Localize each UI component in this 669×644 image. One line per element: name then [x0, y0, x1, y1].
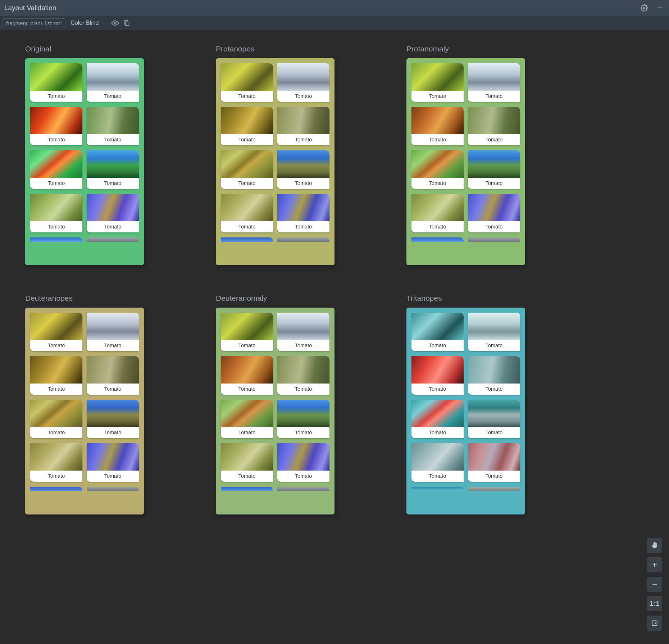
- chevron-down-icon: [101, 21, 105, 25]
- plant-card[interactable]: Tomato: [30, 313, 82, 351]
- plant-image: [411, 107, 464, 134]
- plant-image: [411, 313, 464, 340]
- plant-label: Tomato: [277, 384, 329, 395]
- plant-label: Tomato: [277, 427, 329, 438]
- plant-card[interactable]: Tomato: [87, 400, 139, 438]
- pan-hand-button[interactable]: [647, 538, 663, 553]
- plant-card[interactable]: Tomato: [411, 194, 464, 232]
- preview-block[interactable]: OriginalTomatoTomatoTomatoTomatoTomatoTo…: [25, 45, 144, 265]
- plant-card[interactable]: Tomato: [468, 107, 520, 145]
- plant-card[interactable]: Tomato: [277, 356, 329, 395]
- plant-card[interactable]: Tomato: [30, 400, 82, 438]
- copy-icon[interactable]: [122, 18, 131, 28]
- plant-card[interactable]: Tomato: [87, 107, 139, 145]
- plant-card[interactable]: Tomato: [277, 107, 329, 145]
- plant-card[interactable]: Tomato: [468, 63, 520, 102]
- plant-card[interactable]: Tomato: [30, 107, 82, 145]
- plant-card[interactable]: Tomato: [277, 443, 329, 482]
- plant-card[interactable]: Tomato: [30, 443, 82, 482]
- plant-card[interactable]: Tomato: [277, 400, 329, 438]
- mode-dropdown[interactable]: Color Blind: [68, 18, 108, 28]
- zoom-controls: 1:1: [647, 538, 663, 631]
- plant-card[interactable]: Tomato: [411, 356, 464, 395]
- plant-card[interactable]: Tomato: [277, 63, 329, 102]
- plant-card[interactable]: Tomato: [277, 150, 329, 189]
- preview-block[interactable]: DeuteranomalyTomatoTomatoTomatoTomatoTom…: [216, 294, 334, 514]
- eye-icon[interactable]: [110, 18, 120, 28]
- plant-label: Tomato: [411, 221, 464, 232]
- plant-card[interactable]: Tomato: [468, 400, 520, 438]
- plant-card-peek: [221, 487, 273, 491]
- zoom-fit-button[interactable]: [647, 615, 663, 631]
- plant-card[interactable]: Tomato: [468, 313, 520, 351]
- plant-card[interactable]: Tomato: [221, 313, 273, 351]
- plant-card[interactable]: Tomato: [87, 63, 139, 102]
- plant-image: [30, 356, 82, 384]
- plant-card[interactable]: Tomato: [277, 313, 329, 351]
- plant-card[interactable]: Tomato: [411, 400, 464, 438]
- plant-card[interactable]: Tomato: [221, 107, 273, 145]
- plant-card[interactable]: Tomato: [30, 194, 82, 232]
- plant-card[interactable]: Tomato: [87, 443, 139, 482]
- zoom-out-button[interactable]: [647, 576, 663, 592]
- preview-block[interactable]: ProtanopesTomatoTomatoTomatoTomatoTomato…: [216, 45, 334, 265]
- plant-image: [411, 150, 464, 178]
- plant-image: [221, 107, 273, 134]
- plant-card[interactable]: Tomato: [87, 150, 139, 189]
- plant-image: [221, 150, 273, 178]
- plant-label: Tomato: [411, 471, 464, 482]
- plant-card[interactable]: Tomato: [87, 313, 139, 351]
- plant-card[interactable]: Tomato: [277, 194, 329, 232]
- plant-card[interactable]: Tomato: [221, 443, 273, 482]
- plant-card[interactable]: Tomato: [30, 356, 82, 395]
- svg-point-2: [114, 22, 116, 24]
- device-frame: TomatoTomatoTomatoTomatoTomatoTomatoToma…: [406, 308, 525, 514]
- plant-label: Tomato: [30, 427, 82, 438]
- gear-icon[interactable]: [640, 3, 649, 13]
- plant-card[interactable]: Tomato: [468, 150, 520, 189]
- plant-card[interactable]: Tomato: [468, 356, 520, 395]
- plant-card[interactable]: Tomato: [468, 443, 520, 482]
- plant-card[interactable]: Tomato: [87, 194, 139, 232]
- file-name-chip[interactable]: fragment_plant_list.xml: [2, 18, 65, 28]
- plant-image: [30, 107, 82, 134]
- plant-card[interactable]: Tomato: [411, 443, 464, 482]
- preview-canvas[interactable]: OriginalTomatoTomatoTomatoTomatoTomatoTo…: [0, 30, 669, 644]
- plant-label: Tomato: [221, 221, 273, 232]
- preview-title: Protanomaly: [406, 45, 525, 53]
- plant-image: [468, 63, 520, 91]
- plant-card-peek: [411, 237, 464, 242]
- plant-card[interactable]: Tomato: [30, 63, 82, 102]
- plant-label: Tomato: [411, 340, 464, 351]
- plant-image: [221, 194, 273, 221]
- preview-block[interactable]: ProtanomalyTomatoTomatoTomatoTomatoTomat…: [406, 45, 525, 265]
- plant-card[interactable]: Tomato: [221, 194, 273, 232]
- panel-header: Layout Validation: [0, 0, 669, 16]
- plant-card[interactable]: Tomato: [411, 313, 464, 351]
- plant-card[interactable]: Tomato: [221, 150, 273, 189]
- device-frame: TomatoTomatoTomatoTomatoTomatoTomatoToma…: [216, 308, 334, 514]
- plant-label: Tomato: [30, 384, 82, 395]
- plant-card[interactable]: Tomato: [468, 194, 520, 232]
- zoom-1to1-button[interactable]: 1:1: [647, 596, 663, 612]
- plant-card[interactable]: Tomato: [221, 63, 273, 102]
- preview-block[interactable]: TritanopesTomatoTomatoTomatoTomatoTomato…: [406, 294, 525, 514]
- plant-image: [30, 400, 82, 427]
- plant-card[interactable]: Tomato: [411, 107, 464, 145]
- zoom-in-button[interactable]: [647, 557, 663, 573]
- plant-card[interactable]: Tomato: [221, 356, 273, 395]
- plant-card[interactable]: Tomato: [411, 63, 464, 102]
- plant-label: Tomato: [468, 221, 520, 232]
- plant-card[interactable]: Tomato: [221, 400, 273, 438]
- plant-label: Tomato: [277, 221, 329, 232]
- plant-card[interactable]: Tomato: [87, 356, 139, 395]
- plant-card[interactable]: Tomato: [411, 150, 464, 189]
- plant-image: [87, 443, 139, 471]
- plant-image: [468, 150, 520, 178]
- plant-image: [468, 194, 520, 221]
- plant-label: Tomato: [30, 134, 82, 145]
- plant-image: [468, 313, 520, 340]
- preview-block[interactable]: DeuteranopesTomatoTomatoTomatoTomatoToma…: [25, 294, 144, 514]
- plant-card[interactable]: Tomato: [30, 150, 82, 189]
- minimize-icon[interactable]: [655, 3, 665, 13]
